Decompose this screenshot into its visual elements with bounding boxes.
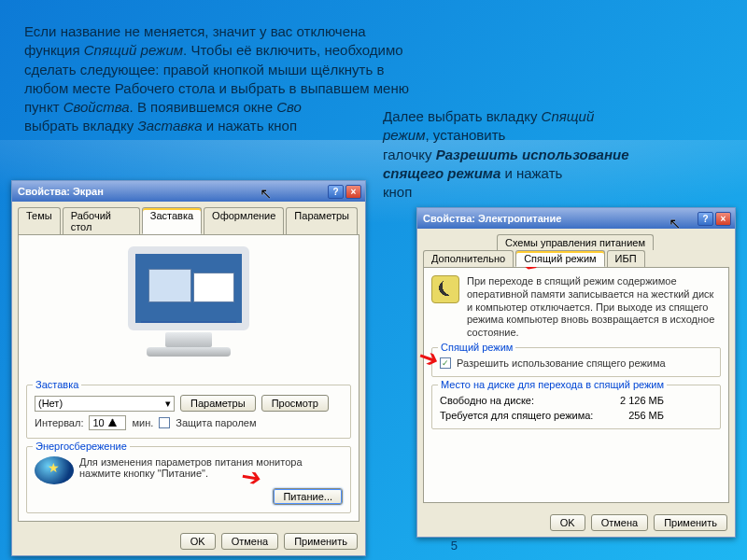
monitor-preview (114, 246, 263, 377)
enable-hibernate-label: Разрешить использование спящего режима (457, 357, 666, 369)
legend-screensaver: Заставка (33, 379, 81, 390)
tab-appearance[interactable]: Оформление (204, 207, 284, 234)
instruction-text-2: Далее выбрать вкладку Спящий режим, уста… (383, 107, 728, 202)
interval-units: мин. (132, 417, 153, 428)
hibernate-info-text: При переходе в спящий режим содержимое о… (467, 275, 721, 340)
screensaver-preview-button[interactable]: Просмотр (261, 395, 329, 412)
apply-button[interactable]: Применить (654, 514, 727, 531)
close-button[interactable]: × (715, 212, 731, 226)
tab-screensaver[interactable]: Заставка (142, 207, 202, 234)
ok-button[interactable]: OK (180, 533, 216, 550)
power-button[interactable]: Питание... (273, 488, 343, 505)
power-options-window: Свойства: Электропитание ? × Схемы управ… (416, 207, 736, 538)
legend-disk-space: Место на диске для перехода в спящий реж… (438, 379, 667, 390)
hibernate-icon: ⏾ (431, 275, 459, 303)
group-disk-space: Место на диске для перехода в спящий реж… (431, 385, 721, 429)
window-title: Свойства: Экран (18, 186, 326, 197)
legend-energy: Энергосбережение (33, 441, 130, 452)
apply-button[interactable]: Применить (284, 533, 358, 550)
group-energy: Энергосбережение Для изменения параметро… (26, 446, 351, 513)
tab-ups[interactable]: ИБП (607, 250, 645, 267)
tabs-row-bottom: Дополнительно Спящий режим ИБП (417, 250, 735, 267)
group-screensaver: Заставка (Нет)▾ Параметры Просмотр Интер… (26, 385, 351, 439)
help-button[interactable]: ? (698, 212, 713, 226)
titlebar-display: Свойства: Экран ? × (12, 181, 365, 202)
tab-advanced[interactable]: Дополнительно (423, 250, 514, 267)
free-space-label: Свободно на диске: (440, 395, 534, 406)
tab-parameters[interactable]: Параметры (286, 207, 358, 234)
cancel-button[interactable]: Отмена (221, 533, 278, 550)
slide-number: 5 (451, 539, 458, 553)
tab-power-schemes[interactable]: Схемы управления питанием (497, 234, 654, 250)
password-label: Защита паролем (176, 417, 256, 428)
password-checkbox[interactable] (159, 417, 170, 428)
titlebar-power: Свойства: Электропитание ? × (417, 208, 735, 229)
cancel-button[interactable]: Отмена (591, 514, 648, 531)
screensaver-params-button[interactable]: Параметры (180, 395, 256, 412)
energy-text: Для изменения параметров питания монитор… (79, 456, 343, 479)
tabs-row-top: Схемы управления питанием (417, 229, 735, 250)
close-button[interactable]: × (345, 185, 361, 199)
enable-hibernate-checkbox[interactable]: ✓ (440, 357, 451, 369)
free-space-value: 2 126 МБ (620, 395, 664, 406)
display-properties-window: Свойства: Экран ? × Темы Рабочий стол За… (11, 180, 366, 556)
tab-hibernate[interactable]: Спящий режим (515, 250, 604, 267)
interval-label: Интервал: (35, 417, 83, 428)
dialog-footer: OK Отмена Применить (12, 527, 365, 555)
help-button[interactable]: ? (328, 185, 344, 199)
interval-spinner[interactable]: 10 ⯅ (89, 415, 126, 430)
ok-button[interactable]: OK (550, 514, 585, 531)
legend-hibernate: Спящий режим (438, 342, 515, 353)
tab-content: Заставка (Нет)▾ Параметры Просмотр Интер… (18, 234, 359, 522)
tab-desktop[interactable]: Рабочий стол (63, 207, 140, 234)
dialog-footer: OK Отмена Применить (417, 509, 735, 537)
group-hibernate: Спящий режим ✓ Разрешить использование с… (431, 347, 721, 377)
tab-content: ⏾ При переходе в спящий режим содержимое… (423, 267, 729, 503)
window-title: Свойства: Электропитание (423, 213, 696, 224)
energy-star-icon (35, 456, 74, 484)
screensaver-select[interactable]: (Нет)▾ (35, 396, 175, 412)
required-space-value: 256 МБ (628, 410, 664, 421)
tab-themes[interactable]: Темы (18, 207, 61, 234)
tabs-row: Темы Рабочий стол Заставка Оформление Па… (12, 202, 365, 234)
required-space-label: Требуется для спящего режима: (440, 410, 593, 421)
